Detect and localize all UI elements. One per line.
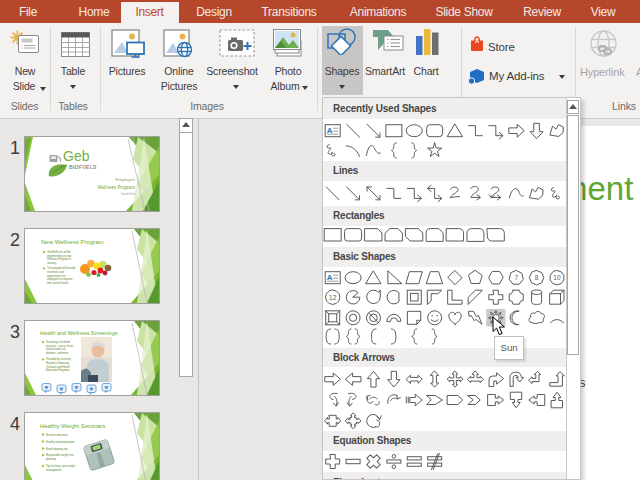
svg-text:incentives and: incentives and	[47, 270, 64, 274]
svg-text:employees to improve: employees to improve	[47, 277, 73, 281]
svg-text:The program will provide: The program will provide	[47, 266, 76, 270]
svg-text:Hospital Community: Hospital Community	[46, 361, 70, 365]
svg-text:diabetes, and more: diabetes, and more	[46, 351, 69, 355]
svg-text:pressure , cancer, heart: pressure , cancer, heart	[46, 344, 74, 348]
svg-text:Nutrition education: Nutrition education	[46, 433, 68, 437]
svg-text:Geb: Geb	[63, 148, 90, 164]
svg-text:Food shopping tips: Food shopping tips	[46, 447, 69, 451]
svg-text:Responsible weight loss: Responsible weight loss	[46, 453, 75, 457]
svg-text:New Wellness Program: New Wellness Program	[41, 239, 104, 245]
svg-text:Sarah Ford: Sarah Ford	[121, 192, 135, 196]
svg-text:Education Programs: Education Programs	[46, 368, 70, 372]
svg-text:12: 12	[329, 294, 337, 301]
svg-text:BIOFUELS: BIOFUELS	[69, 164, 97, 170]
svg-text:Wellness Program: Wellness Program	[98, 185, 136, 190]
svg-text:opportunities for: opportunities for	[47, 274, 66, 278]
svg-text:7: 7	[514, 274, 518, 281]
svg-text:Health and Wellness Screenings: Health and Wellness Screenings	[40, 330, 118, 336]
svg-text:Outreach and Health: Outreach and Health	[46, 365, 70, 369]
svg-text:Provided by Coventry: Provided by Coventry	[46, 357, 71, 361]
svg-text:Healthy Weight Seminars: Healthy Weight Seminars	[40, 423, 105, 429]
svg-text:Wellness Program in: Wellness Program in	[47, 257, 71, 261]
svg-text:January.: January.	[47, 261, 57, 265]
svg-text:10: 10	[553, 274, 561, 281]
svg-text:Screenings for blood: Screenings for blood	[46, 340, 70, 344]
svg-text:Tips for long -term weight: Tips for long -term weight	[46, 464, 75, 468]
svg-text:management: management	[46, 468, 61, 472]
svg-text:attack/stroke risk,: attack/stroke risk,	[46, 347, 66, 351]
svg-text:8: 8	[535, 274, 539, 281]
svg-text:their overall health.: their overall health.	[47, 281, 69, 285]
svg-text:Employee: Employee	[115, 177, 135, 182]
svg-text:implementing its new: implementing its new	[47, 254, 71, 258]
svg-text:Healthy food preparation: Healthy food preparation	[46, 440, 75, 444]
svg-text:planning: planning	[46, 457, 56, 461]
svg-text:Geb BioFuels will be: Geb BioFuels will be	[47, 250, 71, 254]
